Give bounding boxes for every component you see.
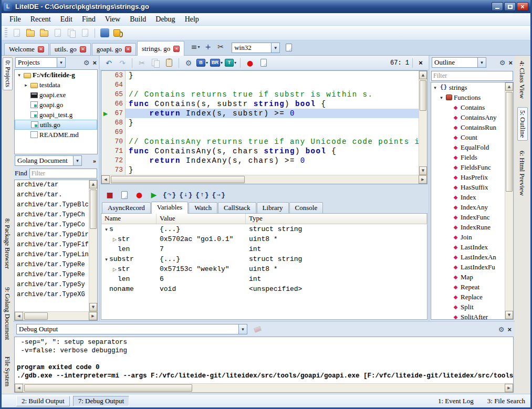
target-select[interactable]: win32 ▼	[232, 43, 280, 53]
menu-debug[interactable]: Debug	[151, 14, 180, 25]
output-selector[interactable]: Debug Output ▼	[16, 324, 247, 334]
project-item-goapi-test-g[interactable]: goapi_test.g	[15, 110, 97, 120]
scroll-down-button[interactable]: ▼	[419, 166, 427, 175]
build-run-button[interactable]: BR▾	[210, 57, 223, 69]
tab-close-icon[interactable]: ×	[173, 46, 180, 52]
outline-item-splitafter[interactable]: ◆SplitAfter	[431, 312, 505, 319]
scrollbar-thumb[interactable]	[111, 176, 245, 183]
expander-icon[interactable]: ▷	[112, 237, 118, 242]
close-editor-icon[interactable]: ×	[416, 59, 425, 66]
save-all-icon[interactable]	[66, 27, 77, 39]
close-panel-icon[interactable]: ×	[508, 59, 513, 66]
code-line[interactable]: 65// Contains returns true if substr is …	[101, 90, 419, 99]
golang-document-selector[interactable]: Golang Document ▼	[15, 155, 82, 166]
outline-item-map[interactable]: ◆Map	[431, 272, 505, 282]
outline-item-lastindexan[interactable]: ◆LastIndexAn	[431, 252, 505, 262]
doc-list-item[interactable]: archive/tar.TypeCh	[15, 210, 89, 220]
column-header-value[interactable]: Value	[157, 214, 246, 224]
chevron-down-icon[interactable]: ▼	[73, 156, 81, 165]
outline-item-join[interactable]: ◆Join	[431, 232, 505, 242]
outline-item-count[interactable]: ◆Count	[431, 132, 505, 142]
code-line[interactable]: 70// ContainsAny returns true if any Uni…	[101, 137, 419, 146]
chevron-down-icon[interactable]: ▼	[57, 58, 65, 67]
outline-item-repeat[interactable]: ◆Repeat	[431, 282, 505, 292]
outline-item-contains[interactable]: ◆Contains	[431, 102, 505, 112]
doc-list-item[interactable]: archive/tar.TypeXG	[15, 290, 89, 300]
side-tab-0-projects[interactable]: 0: Projects	[3, 57, 13, 90]
expander-icon[interactable]: ▾	[103, 257, 109, 262]
scroll-up-button[interactable]: ▲	[89, 180, 97, 188]
doc-list-item[interactable]: archive/tar.TypeRe	[15, 260, 89, 270]
code-line[interactable]: 71func ContainsAny(s, chars string) bool…	[101, 146, 419, 156]
line-marker[interactable]	[101, 99, 110, 109]
debug-tab-console[interactable]: Console	[289, 202, 324, 213]
menu-recent[interactable]: Recent	[26, 14, 56, 25]
scroll-down-button[interactable]: ▼	[505, 311, 513, 319]
project-item-goapi-exe[interactable]: goapi.exe	[15, 90, 97, 100]
title-bar[interactable]: L LiteIDE - C:\Go\src\pkg\strings\string…	[2, 0, 530, 13]
doc-list-item[interactable]: archive/tar.TypeBlc	[15, 200, 89, 210]
project-item-readme-md[interactable]: README.md	[15, 130, 97, 140]
close-file-icon[interactable]	[79, 27, 91, 39]
code-editor[interactable]: 63}6465// Contains returns true if subst…	[101, 70, 427, 184]
open-file-icon[interactable]	[25, 27, 36, 39]
step-out-icon[interactable]: {↑}	[195, 189, 208, 201]
variable-row[interactable]: len7int	[101, 244, 427, 254]
status-button-2-build-output[interactable]: 2: Build Output	[16, 396, 70, 406]
status-button-7-debug-output[interactable]: 7: Debug Output	[73, 396, 129, 406]
side-tab-9-golang-document[interactable]: 9: Golang Document	[3, 285, 12, 343]
toggle-breakpoint-icon[interactable]: ●	[133, 189, 145, 201]
scrollbar-thumb[interactable]	[420, 80, 426, 111]
chevron-down-icon[interactable]: ▼	[477, 58, 486, 67]
line-marker[interactable]	[101, 80, 110, 90]
debug-tab-watch[interactable]: Watch	[189, 202, 217, 213]
scroll-up-button[interactable]: ▲	[419, 71, 427, 79]
outline-item-fieldsfunc[interactable]: ◆FieldsFunc	[431, 162, 505, 172]
test-button[interactable]: T▾	[225, 57, 236, 69]
outline-filter-input[interactable]	[431, 71, 513, 81]
status-item-3-file-search[interactable]: 3: File Search	[487, 397, 525, 405]
scrollbar-thumb[interactable]	[24, 384, 192, 392]
redo-icon[interactable]: ↷	[117, 57, 128, 69]
project-item-f-vfc-liteide-g[interactable]: ▾F:/vfc/liteide-g	[15, 70, 97, 80]
doc-list-item[interactable]: archive/tar.TypeSy	[15, 280, 89, 290]
new-file-icon[interactable]	[11, 27, 23, 39]
scrollbar-thumb[interactable]	[24, 312, 48, 320]
debug-tab-variables[interactable]: Variables	[151, 202, 188, 214]
line-marker[interactable]	[101, 137, 110, 146]
outline-item-containsany[interactable]: ◆ContainsAny	[431, 112, 505, 122]
variable-row[interactable]: ▷str0x57153c "weekly"uint8 *	[101, 264, 427, 274]
outline-item-equalfold[interactable]: ◆EqualFold	[431, 142, 505, 152]
outline-item-indexfunc[interactable]: ◆IndexFunc	[431, 212, 505, 222]
close-panel-icon[interactable]: ×	[92, 59, 97, 66]
variable-row[interactable]: len6int	[101, 274, 427, 284]
stop-debug-icon[interactable]: ■	[104, 189, 116, 201]
code-line[interactable]: 63}	[101, 71, 419, 80]
close-button[interactable]: ×	[517, 2, 528, 11]
tab-welcome[interactable]: Welcome×	[4, 43, 49, 55]
doc-list-item[interactable]: archive/tar	[15, 180, 89, 190]
step-into-icon[interactable]: {↓}	[179, 189, 192, 201]
outline-item-replace[interactable]: ◆Replace	[431, 292, 505, 302]
doc-list-item[interactable]: archive/tar.TypeRe	[15, 270, 89, 280]
goto-symbol-icon[interactable]	[258, 57, 269, 69]
scroll-left-button[interactable]: ◀	[15, 384, 23, 392]
expander-icon[interactable]: ▾	[103, 227, 109, 232]
file-list-icon[interactable]: ≡▾	[190, 41, 201, 53]
maximize-button[interactable]	[504, 2, 516, 11]
line-marker[interactable]	[101, 90, 110, 99]
scroll-up-button[interactable]: ▲	[505, 82, 513, 91]
build-config-icon[interactable]: ⚙	[183, 57, 194, 69]
project-item-testdata[interactable]: ▸testdata	[15, 80, 97, 90]
scroll-right-button[interactable]: ▶	[89, 312, 97, 320]
expander-icon[interactable]: ▾	[439, 95, 444, 100]
scroll-right-button[interactable]: ▶	[419, 175, 427, 184]
line-marker[interactable]	[101, 156, 110, 165]
doc-list-item[interactable]: archive/tar.TypeCo	[15, 220, 89, 230]
scroll-down-button[interactable]: ▼	[89, 303, 97, 311]
line-marker[interactable]	[101, 128, 110, 137]
gear-icon[interactable]: ⚙	[84, 59, 90, 67]
outline-item-lastindexfu[interactable]: ◆LastIndexFu	[431, 262, 505, 272]
variable-row[interactable]: ▾s{...}struct string	[101, 224, 427, 234]
continue-icon[interactable]: ▶	[148, 189, 160, 201]
